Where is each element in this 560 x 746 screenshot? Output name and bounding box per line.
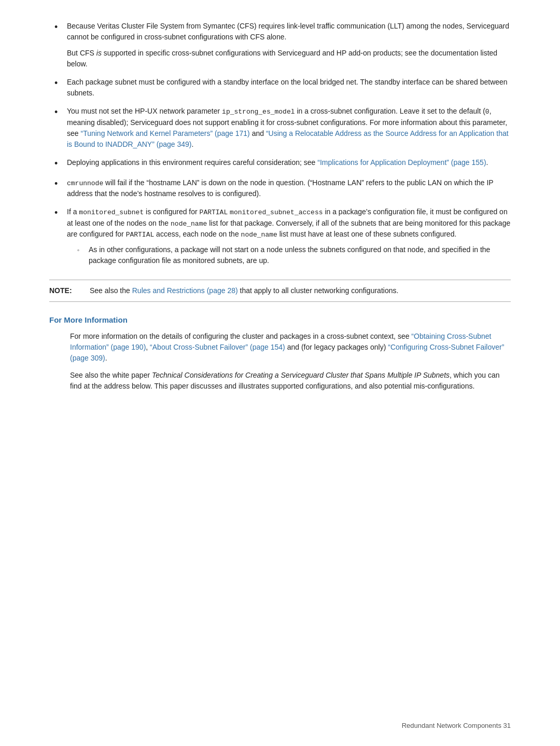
code-partial: PARTIAL [200,209,228,216]
section-heading: For More Information [49,314,511,326]
note-label: NOTE: [49,285,86,296]
bullet6-text: If a monitored_subnet is configured for … [67,208,510,238]
link-implications[interactable]: “Implications for Application Deployment… [317,158,486,167]
bullet-dot: • [54,21,64,70]
bullet-content: cmrunnode will fail if the “hostname LAN… [67,177,511,200]
bullet-content: Each package subnet must be configured w… [67,77,511,99]
list-item: • cmrunnode will fail if the “hostname L… [49,177,511,200]
link-about-failover[interactable]: “About Cross-Subnet Failover” (page 154) [150,343,285,351]
whitepaper-title: Technical Considerations for Creating a … [152,371,450,379]
code-monitored-subnet-access: monitored_subnet_access [230,209,323,216]
code-monitored-subnet: monitored_subnet [79,209,144,216]
code-ip-strong: ip_strong_es_model [222,108,295,116]
code-partial2: PARTIAL [126,231,155,239]
note-content: See also the Rules and Restrictions (pag… [90,285,511,296]
bullet-dot: • [54,106,64,150]
note-box: NOTE: See also the Rules and Restriction… [49,280,511,302]
list-item: • Because Veritas Cluster File System fr… [49,21,511,70]
code-node-name2: node_name [241,231,277,239]
section-para1: For more information on the details of c… [70,331,511,364]
sub-bullet1-text: As in other configurations, a package wi… [89,245,490,265]
sub-bullet-list: ◦ As in other configurations, a package … [67,244,511,266]
link-rules-restrictions[interactable]: Rules and Restrictions (page 28) [132,286,238,295]
list-item: • If a monitored_subnet is configured fo… [49,206,511,270]
bullet-content: Deploying applications in this environme… [67,157,511,170]
bullet1-subpara: But CFS is supported in specific cross-s… [67,48,511,70]
list-item: • Deploying applications in this environ… [49,157,511,170]
bullet3-text: You must not set the HP-UX network param… [67,107,509,148]
bullet-content: You must not set the HP-UX network param… [67,106,511,150]
bullet5-text: cmrunnode will fail if the “hostname LAN… [67,178,493,198]
sub-list-item: ◦ As in other configurations, a package … [67,244,511,266]
list-item: • Each package subnet must be configured… [49,77,511,99]
note-text: See also the Rules and Restrictions (pag… [90,286,398,295]
bullet4-text: Deploying applications in this environme… [67,158,488,167]
bullet2-text: Each package subnet must be configured w… [67,78,508,97]
bullet1-text: Because Veritas Cluster File System from… [67,22,509,41]
code-node-name1: node_name [171,220,207,228]
bullet-content: If a monitored_subnet is configured for … [67,206,511,270]
bullet-dot: • [54,77,64,99]
bullet-content: Because Veritas Cluster File System from… [67,21,511,70]
page-footer: Redundant Network Components 31 [402,721,511,731]
italic-is: is [96,49,102,57]
section-para2: See also the white paper Technical Consi… [70,370,511,392]
list-item: • You must not set the HP-UX network par… [49,106,511,150]
main-bullet-list: • Because Veritas Cluster File System fr… [49,21,511,270]
code-zero: 0 [485,108,489,116]
bullet-dot: • [54,206,64,270]
sub-bullet-content: As in other configurations, a package wi… [89,244,511,266]
link-tuning[interactable]: “Tuning Network and Kernel Parameters” (… [80,129,249,137]
code-cmrunnode: cmrunnode [67,179,103,187]
sub-bullet-dot: ◦ [77,245,86,266]
bullet-dot: • [54,157,64,170]
page: • Because Veritas Cluster File System fr… [0,0,560,746]
bullet-dot: • [54,177,64,200]
